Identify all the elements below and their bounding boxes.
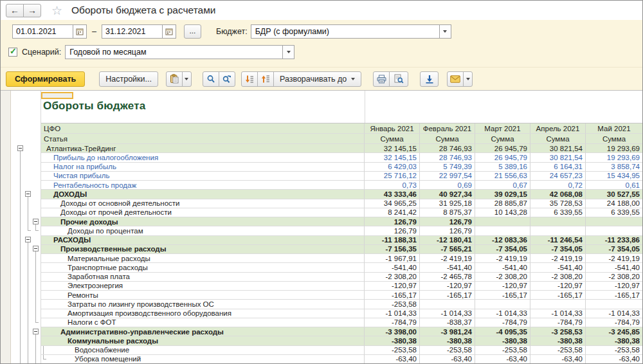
value-cell[interactable]: -7 354,05 xyxy=(475,245,530,254)
expand-to-button[interactable]: Разворачивать до xyxy=(273,71,361,87)
value-cell[interactable]: 0,69 xyxy=(420,181,475,190)
value-cell[interactable]: -380,38 xyxy=(530,336,586,345)
value-cell[interactable]: -838,37 xyxy=(420,318,475,327)
value-cell[interactable]: -120,97 xyxy=(365,282,420,291)
value-cell[interactable]: 5 749,39 xyxy=(420,163,475,172)
value-cell[interactable]: -380,38 xyxy=(586,336,642,345)
value-cell[interactable]: 22 997,54 xyxy=(420,172,475,181)
value-cell[interactable]: 40 927,34 xyxy=(420,190,475,199)
value-cell[interactable]: -253,58 xyxy=(530,346,586,355)
amount-header-cell[interactable]: Сумма xyxy=(586,134,642,144)
amount-header-cell[interactable]: Сумма xyxy=(475,134,530,144)
row-label-cell[interactable]: Чистая прибыль xyxy=(41,172,365,181)
row-label-cell[interactable]: Электроэнергия xyxy=(41,282,365,291)
row-label-cell[interactable]: Административно-управленческие расходы xyxy=(41,327,365,336)
value-cell[interactable]: -165,17 xyxy=(365,291,420,300)
row-label-cell[interactable]: Доходы по процентам xyxy=(41,226,365,235)
row-label-cell[interactable]: Налоги с ФОТ xyxy=(41,318,365,327)
print-preview-button[interactable] xyxy=(389,71,408,87)
period-from-calendar-button[interactable] xyxy=(73,24,87,39)
value-cell[interactable]: -11 233,86 xyxy=(586,236,642,245)
row-label-cell[interactable]: Транспортные расходы xyxy=(41,263,365,272)
value-cell[interactable] xyxy=(475,217,530,226)
value-cell[interactable]: 32 145,15 xyxy=(365,144,420,153)
row-label-cell[interactable]: Затраты по лизингу производственных ОС xyxy=(41,300,365,309)
value-cell[interactable]: -3 258,53 xyxy=(530,327,586,336)
value-cell[interactable]: 30 821,54 xyxy=(530,153,586,162)
row-label-cell[interactable]: Доходы от основной деятельности xyxy=(41,199,365,208)
value-cell[interactable]: 126,79 xyxy=(365,226,420,235)
row-label-cell[interactable]: Производственные расходы xyxy=(41,245,365,254)
value-cell[interactable]: -63,40 xyxy=(530,355,586,363)
value-cell[interactable]: 5 389,16 xyxy=(475,163,530,172)
value-cell[interactable]: -1 967,91 xyxy=(365,254,420,263)
active-cell[interactable] xyxy=(41,92,73,99)
value-cell[interactable]: -784,79 xyxy=(586,318,642,327)
value-cell[interactable]: -380,38 xyxy=(365,336,420,345)
value-cell[interactable]: 3 858,74 xyxy=(586,163,642,172)
search-next-button[interactable] xyxy=(219,71,235,87)
value-cell[interactable]: -12 180,41 xyxy=(420,236,475,245)
value-cell[interactable] xyxy=(530,300,586,309)
period-more-button[interactable]: ... xyxy=(184,24,201,39)
value-cell[interactable]: -165,17 xyxy=(475,291,530,300)
row-label-cell[interactable]: Прибыль до налогообложения xyxy=(41,153,365,162)
value-cell[interactable]: -2 465,78 xyxy=(420,273,475,282)
period-to-input[interactable]: 31.12.2021 xyxy=(102,24,163,39)
month-header-cell[interactable]: Январь 2021 xyxy=(365,123,420,134)
value-cell[interactable]: -253,58 xyxy=(475,346,530,355)
budget-combobox[interactable]: БДР (с формулами) xyxy=(251,24,440,39)
value-cell[interactable] xyxy=(586,300,642,309)
value-cell[interactable]: -253,58 xyxy=(365,346,420,355)
value-cell[interactable]: -3 981,24 xyxy=(420,327,475,336)
value-cell[interactable]: 35 728,53 xyxy=(530,199,586,208)
value-cell[interactable]: -253,58 xyxy=(420,346,475,355)
value-cell[interactable]: 25 716,12 xyxy=(365,172,420,181)
value-cell[interactable]: 24 188,00 xyxy=(586,199,642,208)
value-cell[interactable]: -7 354,05 xyxy=(586,245,642,254)
value-cell[interactable]: -2 419,19 xyxy=(420,254,475,263)
value-cell[interactable]: 6 429,03 xyxy=(365,163,420,172)
value-cell[interactable]: -7 354,05 xyxy=(530,245,586,254)
value-cell[interactable]: -63,40 xyxy=(475,355,530,363)
value-cell[interactable]: -2 419,19 xyxy=(586,254,642,263)
value-cell[interactable]: -2 308,20 xyxy=(530,273,586,282)
value-cell[interactable]: -63,40 xyxy=(365,355,420,363)
value-cell[interactable]: 15 434,95 xyxy=(586,172,642,181)
value-cell[interactable]: 0,67 xyxy=(475,181,530,190)
value-cell[interactable]: 28 746,93 xyxy=(420,144,475,153)
value-cell[interactable]: -120,97 xyxy=(530,282,586,291)
value-cell[interactable] xyxy=(530,217,586,226)
cfo-header-cell[interactable]: ЦФО xyxy=(41,123,365,134)
value-cell[interactable]: -2 308,20 xyxy=(586,273,642,282)
expand-groups-button[interactable] xyxy=(241,71,258,87)
period-from-input[interactable]: 01.01.2021 xyxy=(12,24,73,39)
value-cell[interactable]: 19 293,69 xyxy=(586,144,642,153)
value-cell[interactable]: 8 241,42 xyxy=(365,208,420,217)
row-label-cell[interactable]: Заработная плата xyxy=(41,273,365,282)
value-cell[interactable]: -2 419,19 xyxy=(530,254,586,263)
value-cell[interactable]: -12 083,36 xyxy=(475,236,530,245)
value-cell[interactable] xyxy=(530,226,586,235)
value-cell[interactable]: -784,79 xyxy=(365,318,420,327)
value-cell[interactable]: 24 657,23 xyxy=(530,172,586,181)
article-header-cell[interactable]: Статья xyxy=(41,134,365,144)
value-cell[interactable]: 8 875,37 xyxy=(420,208,475,217)
value-cell[interactable] xyxy=(586,217,642,226)
amount-header-cell[interactable]: Сумма xyxy=(365,134,420,144)
value-cell[interactable]: -784,79 xyxy=(475,318,530,327)
value-cell[interactable]: -253,58 xyxy=(586,346,642,355)
row-label-cell[interactable]: Уборка помещений xyxy=(41,355,365,363)
favorite-star-icon[interactable]: ☆ xyxy=(51,5,62,17)
value-cell[interactable]: 26 945,79 xyxy=(475,144,530,153)
month-header-cell[interactable]: Апрель 2021 xyxy=(530,123,586,134)
value-cell[interactable]: 30 821,54 xyxy=(530,144,586,153)
period-to-calendar-button[interactable] xyxy=(162,24,176,39)
value-cell[interactable]: -1 014,33 xyxy=(530,309,586,318)
month-header-cell[interactable]: Февраль 2021 xyxy=(420,123,475,134)
amount-header-cell[interactable]: Сумма xyxy=(530,134,586,144)
value-cell[interactable]: -1 014,33 xyxy=(586,309,642,318)
value-cell[interactable]: 32 145,15 xyxy=(365,153,420,162)
row-label-cell[interactable]: ДОХОДЫ xyxy=(41,190,365,199)
settings-button[interactable]: Настройки... xyxy=(99,71,158,87)
